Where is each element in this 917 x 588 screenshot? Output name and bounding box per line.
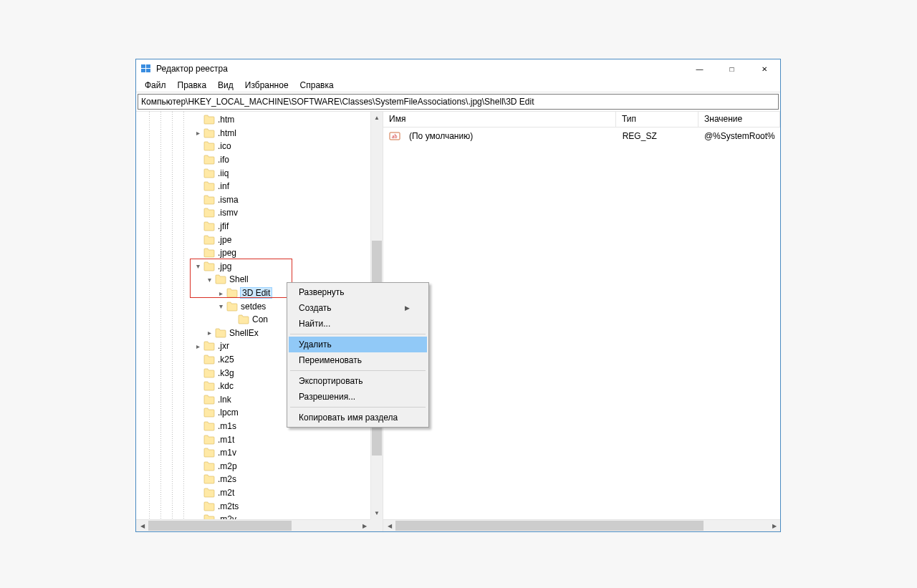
window-title: Редактор реестра	[156, 64, 683, 74]
tree-item[interactable]: .m2ts	[136, 499, 370, 513]
tree-item-label: .jxr	[218, 341, 229, 351]
tree-item[interactable]: ▾.jpg	[136, 260, 370, 274]
tree-item[interactable]: .jfif	[136, 220, 370, 233]
list-horizontal-scrollbar[interactable]: ◀ ▶	[383, 519, 780, 531]
menu-edit[interactable]: Правка	[172, 79, 213, 92]
tree-item[interactable]: .m1v	[136, 446, 370, 460]
tree-item[interactable]: .iiq	[136, 166, 370, 180]
column-value[interactable]: Значение	[698, 112, 780, 127]
folder-icon	[203, 514, 215, 519]
string-value-icon: ab	[389, 130, 400, 142]
folder-icon	[215, 274, 226, 284]
registry-editor-window: Редактор реестра — □ ✕ Файл Правка Вид И…	[135, 59, 781, 532]
menu-file[interactable]: Файл	[139, 79, 172, 92]
ctx-delete[interactable]: Удалить	[289, 337, 427, 352]
window-controls: — □ ✕	[683, 59, 780, 78]
scroll-left-icon[interactable]: ◀	[136, 520, 148, 531]
chevron-down-icon[interactable]: ▾	[216, 302, 225, 310]
tree-horizontal-scrollbar[interactable]: ◀ ▶	[136, 519, 370, 531]
scroll-right-icon[interactable]: ▶	[768, 520, 780, 531]
chevron-down-icon[interactable]: ▾	[193, 262, 202, 270]
tree-item[interactable]: .inf	[136, 180, 370, 193]
menu-view[interactable]: Вид	[212, 79, 239, 92]
folder-icon	[203, 261, 215, 271]
folder-icon	[203, 168, 215, 178]
tree-item[interactable]: .ismv	[136, 206, 370, 220]
ctx-separator	[290, 334, 426, 334]
tree-item[interactable]: .jpe	[136, 233, 370, 246]
column-name[interactable]: Имя	[383, 112, 616, 127]
tree-item-label: .m2v	[218, 514, 236, 519]
tree-item[interactable]: .m2v	[136, 513, 370, 519]
ctx-rename[interactable]: Переименовать	[289, 352, 427, 368]
chevron-right-icon[interactable]: ▸	[216, 289, 225, 297]
folder-icon	[226, 302, 238, 312]
list-row[interactable]: ab (По умолчанию) REG_SZ @%SystemRoot%	[383, 129, 780, 143]
chevron-right-icon[interactable]: ▸	[205, 329, 213, 337]
tree-item[interactable]: .htm	[136, 113, 370, 127]
tree-item[interactable]: .ico	[136, 140, 370, 153]
tree-item-label: .m1s	[218, 421, 236, 431]
submenu-arrow-icon: ▶	[405, 304, 410, 312]
ctx-export[interactable]: Экспортировать	[289, 373, 427, 389]
scroll-up-icon[interactable]: ▲	[371, 112, 383, 124]
scroll-thumb[interactable]	[395, 521, 704, 531]
tree-item-label: .ifo	[218, 155, 229, 165]
folder-icon	[203, 341, 215, 351]
close-button[interactable]: ✕	[748, 59, 780, 78]
svg-rect-3	[146, 69, 150, 72]
tree-item[interactable]: .jpeg	[136, 246, 370, 260]
tree-item[interactable]: .m2p	[136, 459, 370, 473]
ctx-create[interactable]: Создать▶	[289, 300, 427, 316]
folder-icon	[203, 461, 215, 471]
folder-icon	[203, 435, 215, 445]
scroll-left-icon[interactable]: ◀	[383, 520, 395, 531]
tree-item-label: .lpcm	[218, 408, 239, 418]
tree-item-label: .inf	[218, 181, 229, 191]
chevron-right-icon[interactable]: ▸	[193, 129, 202, 137]
scroll-corner	[370, 519, 383, 531]
tree-item[interactable]: ▸.html	[136, 127, 370, 140]
titlebar: Редактор реестра — □ ✕	[136, 59, 780, 78]
tree-item-label: .htm	[218, 115, 234, 125]
tree-item-label: .jpeg	[218, 248, 236, 258]
tree-item[interactable]: .ifo	[136, 153, 370, 167]
tree-item[interactable]: .m2s	[136, 473, 370, 486]
chevron-down-icon[interactable]: ▾	[205, 276, 213, 284]
scroll-down-icon[interactable]: ▼	[371, 507, 383, 519]
scroll-thumb[interactable]	[148, 521, 292, 531]
maximize-button[interactable]: □	[716, 59, 748, 78]
column-type[interactable]: Тип	[616, 112, 698, 127]
scroll-right-icon[interactable]: ▶	[358, 520, 370, 531]
menu-favorites[interactable]: Избранное	[239, 79, 294, 92]
tree-item-label: .jpe	[218, 235, 231, 245]
menu-help[interactable]: Справка	[294, 79, 340, 92]
tree-item[interactable]: .m1t	[136, 433, 370, 446]
ctx-separator	[290, 370, 426, 371]
tree-item-label: .m2t	[218, 488, 234, 498]
tree-item[interactable]: .m2t	[136, 486, 370, 500]
ctx-find[interactable]: Найти...	[289, 316, 427, 332]
tree-item-label: .m2ts	[218, 501, 239, 511]
svg-rect-2	[141, 69, 145, 72]
folder-icon	[203, 368, 215, 378]
address-bar[interactable]: Компьютер\HKEY_LOCAL_MACHINE\SOFTWARE\Cl…	[138, 94, 779, 110]
folder-icon	[203, 195, 215, 205]
ctx-copy-key-name[interactable]: Копировать имя раздела	[289, 410, 427, 425]
menubar: Файл Правка Вид Избранное Справка	[136, 78, 780, 92]
tree-item-label: .kdc	[218, 381, 234, 391]
tree-item[interactable]: .isma	[136, 193, 370, 207]
svg-text:ab: ab	[392, 133, 398, 140]
list-body: ab (По умолчанию) REG_SZ @%SystemRoot%	[383, 127, 780, 143]
folder-icon	[203, 128, 215, 138]
tree-item-label: Con	[252, 314, 268, 324]
tree-item-label: .lnk	[218, 395, 231, 405]
minimize-button[interactable]: —	[683, 59, 716, 78]
folder-icon	[238, 314, 249, 324]
ctx-permissions[interactable]: Разрешения...	[289, 389, 427, 405]
ctx-expand[interactable]: Развернуть	[289, 284, 427, 300]
tree-item-label: .m2s	[218, 474, 236, 484]
tree-item-label: .m2p	[218, 461, 237, 471]
chevron-right-icon[interactable]: ▸	[193, 342, 202, 350]
tree-item-label: .ico	[218, 141, 231, 151]
